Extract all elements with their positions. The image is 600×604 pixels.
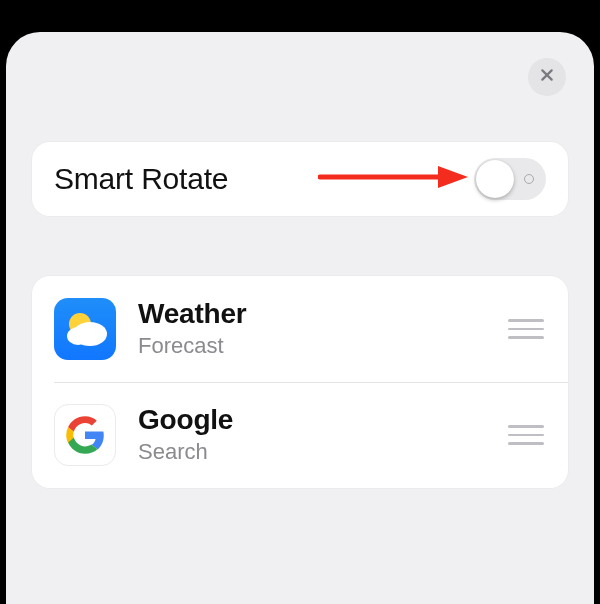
widget-title: Weather bbox=[138, 298, 504, 330]
list-item[interactable]: Weather Forecast bbox=[32, 276, 568, 382]
annotation-arrow-icon bbox=[318, 162, 468, 196]
widget-subtitle: Forecast bbox=[138, 332, 504, 360]
svg-marker-1 bbox=[438, 166, 468, 188]
smart-rotate-card: Smart Rotate bbox=[32, 142, 568, 216]
widget-subtitle: Search bbox=[138, 438, 504, 466]
close-icon bbox=[539, 67, 555, 87]
drag-handle-icon[interactable] bbox=[504, 425, 544, 445]
widget-title: Google bbox=[138, 404, 504, 436]
drag-handle-icon[interactable] bbox=[504, 319, 544, 339]
list-item[interactable]: Google Search bbox=[32, 382, 568, 488]
smart-rotate-label: Smart Rotate bbox=[54, 162, 228, 196]
google-app-icon bbox=[54, 404, 116, 466]
widgets-list: Weather Forecast Google Search bbox=[32, 276, 568, 488]
svg-point-4 bbox=[67, 327, 89, 345]
close-button[interactable] bbox=[528, 58, 566, 96]
settings-sheet: Smart Rotate bbox=[6, 32, 594, 604]
smart-rotate-toggle[interactable] bbox=[474, 158, 546, 200]
weather-app-icon bbox=[54, 298, 116, 360]
